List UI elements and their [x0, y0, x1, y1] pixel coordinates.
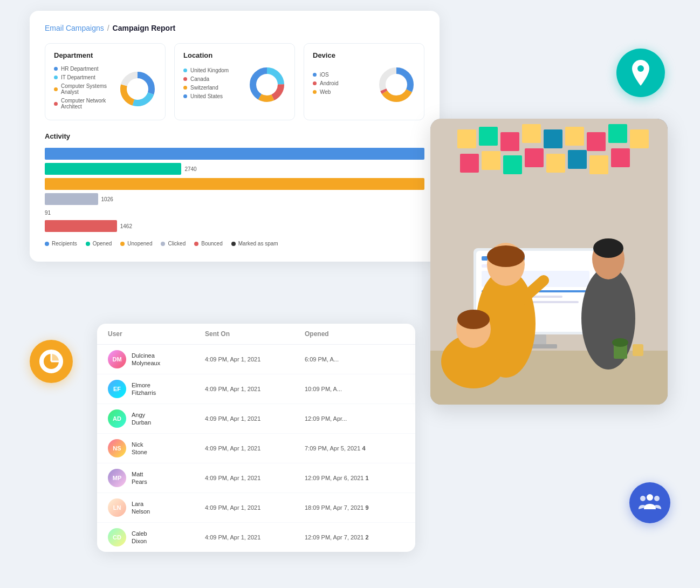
- donut-row: Department HR Department IT Department: [45, 43, 424, 120]
- department-title: Department: [54, 51, 156, 59]
- legend-item: United States: [183, 93, 242, 99]
- avatar: LN: [108, 498, 126, 517]
- user-cell: CD CalebDixon: [108, 528, 205, 546]
- breadcrumb-separator: /: [107, 24, 109, 32]
- breadcrumb-link[interactable]: Email Campaigns: [45, 24, 104, 32]
- bar-fill: [45, 220, 117, 232]
- department-donut-chart: [119, 70, 156, 108]
- legend-item: United Kingdom: [183, 67, 242, 73]
- svg-point-60: [457, 310, 490, 329]
- opened-time: 6:09 PM, A...: [305, 356, 404, 363]
- department-card: Department HR Department IT Department: [45, 43, 166, 120]
- people-icon: [639, 493, 661, 512]
- col-sent: Sent On: [205, 330, 305, 338]
- legend-dot: [54, 87, 58, 91]
- legend-item: Computer Network Architect: [54, 98, 112, 110]
- user-cell: NS NickStone: [108, 439, 205, 457]
- sent-on: 4:09 PM, Apr 1, 2021: [205, 386, 305, 392]
- legend-item: Computer Systems Analyst: [54, 83, 112, 95]
- user-cell: DM DulcineaMolyneaux: [108, 350, 205, 368]
- user-cell: LN LaraNelson: [108, 498, 205, 517]
- legend-dot: [313, 73, 317, 77]
- legend-dot: [313, 81, 317, 85]
- table-row: EF ElmoreFitzharris 4:09 PM, Apr 1, 2021…: [97, 374, 415, 404]
- table-header: User Sent On Opened: [97, 324, 415, 345]
- svg-rect-25: [608, 124, 627, 143]
- bar-chart: 2740 1026 91 1462: [45, 148, 424, 232]
- legend-item-clicked: Clicked: [161, 241, 186, 247]
- svg-rect-27: [460, 154, 479, 173]
- device-title: Device: [313, 51, 415, 59]
- user-cell: EF ElmoreFitzharris: [108, 380, 205, 398]
- location-legend: United Kingdom Canada Switzerland U: [183, 67, 242, 102]
- opened-time: 10:09 PM, A...: [305, 386, 404, 392]
- sent-on: 4:09 PM, Apr 1, 2021: [205, 475, 305, 481]
- float-orange-icon: [30, 340, 73, 383]
- svg-rect-30: [525, 148, 544, 167]
- bar-fill: [45, 193, 98, 205]
- opened-time: 18:09 PM, Apr 7, 2021 9: [305, 504, 404, 511]
- location-icon: [629, 59, 653, 87]
- svg-rect-31: [546, 154, 565, 173]
- svg-point-66: [647, 494, 653, 501]
- user-name: CalebDixon: [132, 530, 147, 545]
- table-row: MP MattPears 4:09 PM, Apr 1, 2021 12:09 …: [97, 463, 415, 493]
- bar-label: 2740: [184, 166, 196, 172]
- user-name: ElmoreFitzharris: [132, 381, 156, 397]
- bar-row-clicked: 1026: [45, 193, 424, 205]
- opened-time: 7:09 PM, Apr 5, 2021 4: [305, 445, 404, 452]
- svg-point-68: [654, 496, 660, 501]
- legend-item: Web: [313, 89, 371, 95]
- breadcrumb-current: Campaign Report: [113, 24, 176, 32]
- svg-point-54: [612, 338, 628, 347]
- breadcrumb: Email Campaigns / Campaign Report: [45, 24, 424, 32]
- campaign-card: Email Campaigns / Campaign Report Depart…: [30, 11, 440, 262]
- legend-item: iOS: [313, 72, 371, 78]
- sent-on: 4:09 PM, Apr 1, 2021: [205, 504, 305, 511]
- legend-item-spam: Marked as spam: [231, 241, 278, 247]
- svg-rect-24: [587, 132, 606, 151]
- legend-item-bounced: Bounced: [194, 241, 222, 247]
- user-table-card: User Sent On Opened DM DulcineaMolyneaux…: [97, 324, 415, 552]
- bar-fill: [45, 163, 181, 175]
- col-opened: Opened: [305, 330, 404, 338]
- legend-dot: [161, 242, 165, 246]
- avatar: EF: [108, 380, 126, 398]
- bar-row-unopened: [45, 178, 424, 190]
- bar-label: 1462: [120, 223, 132, 229]
- opened-time: 12:09 PM, Apr...: [305, 415, 404, 422]
- legend-dot: [54, 76, 58, 79]
- svg-rect-29: [503, 155, 522, 174]
- device-card: Device iOS Android Web: [304, 43, 424, 120]
- svg-rect-23: [565, 127, 584, 146]
- table-row: LN LaraNelson 4:09 PM, Apr 1, 2021 18:09…: [97, 493, 415, 523]
- activity-title: Activity: [45, 132, 424, 140]
- float-blue-icon: [629, 482, 670, 523]
- legend-dot: [194, 242, 198, 246]
- avatar: CD: [108, 528, 126, 546]
- table-row: AD AngyDurban 4:09 PM, Apr 1, 2021 12:09…: [97, 404, 415, 434]
- svg-point-11: [258, 76, 276, 93]
- bar-row-opened: 2740: [45, 163, 424, 175]
- legend-item-opened: Opened: [86, 241, 112, 247]
- legend-dot: [54, 67, 58, 71]
- svg-point-67: [640, 496, 646, 501]
- user-cell: MP MattPears: [108, 469, 205, 487]
- float-teal-icon: [616, 49, 665, 97]
- legend-dot: [183, 86, 187, 90]
- svg-point-5: [129, 80, 146, 98]
- office-scene-svg: [430, 119, 668, 405]
- device-legend: iOS Android Web: [313, 72, 371, 98]
- photo-card: [430, 119, 668, 405]
- svg-rect-18: [457, 129, 476, 148]
- bar-label: 1026: [101, 196, 113, 202]
- svg-rect-22: [544, 129, 562, 148]
- legend-item: IT Department: [54, 74, 112, 80]
- legend-dot: [120, 242, 125, 246]
- legend-item: HR Department: [54, 66, 112, 72]
- legend-item-recipients: Recipients: [45, 241, 77, 247]
- legend-dot: [183, 69, 187, 72]
- legend-item: Canada: [183, 76, 242, 82]
- avatar: NS: [108, 439, 126, 457]
- svg-rect-28: [482, 151, 500, 170]
